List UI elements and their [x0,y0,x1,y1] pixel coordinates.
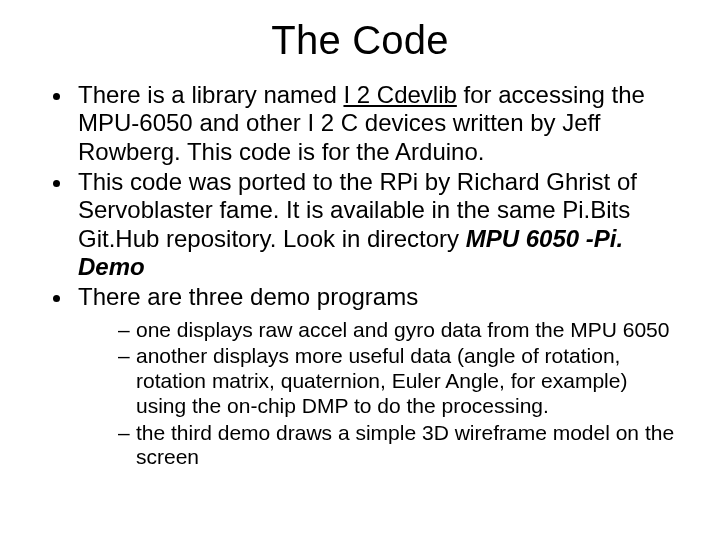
bullet-text: There is a library named [78,81,343,108]
sub-bullet-item: the third demo draws a simple 3D wirefra… [118,421,680,471]
sub-bullet-list: one displays raw accel and gyro data fro… [78,318,680,471]
slide: The Code There is a library named I 2 Cd… [0,0,720,540]
sub-bullet-text: one displays raw accel and gyro data fro… [136,318,669,341]
sub-bullet-item: another displays more useful data (angle… [118,344,680,418]
sub-bullet-text: the third demo draws a simple 3D wirefra… [136,421,674,469]
sub-bullet-text: another displays more useful data (angle… [136,344,627,417]
bullet-item: There is a library named I 2 Cdevlib for… [74,81,680,166]
sub-bullet-item: one displays raw accel and gyro data fro… [118,318,680,343]
bullet-item: This code was ported to the RPi by Richa… [74,168,680,281]
bullet-text: There are three demo programs [78,283,418,310]
slide-title: The Code [40,18,680,63]
bullet-item: There are three demo programs one displa… [74,283,680,470]
bullet-list: There is a library named I 2 Cdevlib for… [40,81,680,470]
link-text[interactable]: I 2 Cdevlib [343,81,456,108]
